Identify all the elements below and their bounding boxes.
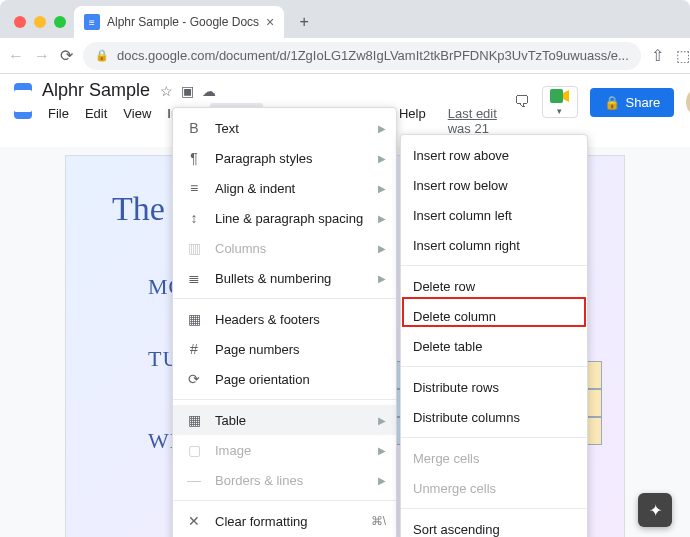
- extension-icon[interactable]: ⬚: [674, 47, 690, 65]
- docs-logo[interactable]: [14, 83, 32, 119]
- submenu-arrow-icon: ▶: [378, 153, 386, 164]
- menu-shortcut: ⌘\: [371, 514, 386, 528]
- menu-item-label: Table: [215, 413, 246, 428]
- menu-item-icon: B: [185, 120, 203, 136]
- table-menu-item[interactable]: Insert row above: [401, 140, 587, 170]
- submenu-arrow-icon: ▶: [378, 475, 386, 486]
- cloud-status-icon[interactable]: ☁: [202, 83, 216, 99]
- table-menu-item[interactable]: Insert column left: [401, 200, 587, 230]
- menu-item-label: Distribute columns: [413, 410, 520, 425]
- table-menu-item[interactable]: Delete table: [401, 331, 587, 361]
- comments-icon[interactable]: 🗨: [514, 93, 530, 111]
- submenu-arrow-icon: ▶: [378, 123, 386, 134]
- submenu-arrow-icon: ▶: [378, 243, 386, 254]
- menu-item-label: Borders & lines: [215, 473, 303, 488]
- format-menu-item[interactable]: ▦Table▶: [173, 405, 396, 435]
- format-menu-item: ▢Image▶: [173, 435, 396, 465]
- menu-item-icon: ▦: [185, 311, 203, 327]
- move-icon[interactable]: ▣: [181, 83, 194, 99]
- format-menu-item[interactable]: ≣Bullets & numbering▶: [173, 263, 396, 293]
- svg-rect-0: [550, 89, 563, 103]
- close-window-button[interactable]: [14, 16, 26, 28]
- star-icon[interactable]: ☆: [160, 83, 173, 99]
- table-menu-item: Merge cells: [401, 443, 587, 473]
- lock-icon: 🔒: [604, 95, 620, 110]
- submenu-arrow-icon: ▶: [378, 213, 386, 224]
- menu-item-icon: ≣: [185, 270, 203, 286]
- format-menu-item[interactable]: #Page numbers: [173, 334, 396, 364]
- share-label: Share: [626, 95, 661, 110]
- format-menu-item[interactable]: ↕Line & paragraph spacing▶: [173, 203, 396, 233]
- menu-item-label: Clear formatting: [215, 514, 307, 529]
- menu-item-label: Delete column: [413, 309, 496, 324]
- menu-item-label: Text: [215, 121, 239, 136]
- lock-icon: 🔒: [95, 49, 109, 62]
- menu-item-icon: ▦: [185, 412, 203, 428]
- table-menu-item[interactable]: Delete row: [401, 271, 587, 301]
- table-submenu-dropdown: Insert row aboveInsert row belowInsert c…: [400, 134, 588, 537]
- menu-item-icon: ¶: [185, 150, 203, 166]
- menu-item-label: Columns: [215, 241, 266, 256]
- menu-item-label: Unmerge cells: [413, 481, 496, 496]
- minimize-window-button[interactable]: [34, 16, 46, 28]
- account-avatar[interactable]: 🐱: [686, 86, 690, 118]
- format-menu-item: —Borders & lines▶: [173, 465, 396, 495]
- format-menu-dropdown: BText▶¶Paragraph styles▶≡Align & indent▶…: [172, 107, 397, 537]
- table-menu-item[interactable]: Distribute columns: [401, 402, 587, 432]
- menu-item-icon: ⟳: [185, 371, 203, 387]
- menu-item-label: Page orientation: [215, 372, 310, 387]
- menu-item-label: Merge cells: [413, 451, 479, 466]
- menu-item-label: Page numbers: [215, 342, 300, 357]
- browser-tab[interactable]: ≡ Alphr Sample - Google Docs ×: [74, 6, 284, 38]
- format-menu-item[interactable]: ✕Clear formatting⌘\: [173, 506, 396, 536]
- menu-item-icon: ▢: [185, 442, 203, 458]
- menu-item-label: Line & paragraph spacing: [215, 211, 363, 226]
- menu-item-icon: ≡: [185, 180, 203, 196]
- menu-item-label: Align & indent: [215, 181, 295, 196]
- document-title[interactable]: Alphr Sample: [42, 80, 150, 101]
- extension-icons: ⬚ 🐻 ✦ ◧ 👤 ⋮: [674, 47, 690, 65]
- reload-button[interactable]: ⟳: [60, 46, 73, 66]
- tab-title: Alphr Sample - Google Docs: [107, 15, 259, 29]
- format-menu-item: ▥Columns▶: [173, 233, 396, 263]
- maximize-window-button[interactable]: [54, 16, 66, 28]
- close-tab-button[interactable]: ×: [266, 14, 274, 30]
- window-controls: [8, 16, 74, 38]
- table-menu-item[interactable]: Sort ascending: [401, 514, 587, 537]
- table-menu-item[interactable]: Insert column right: [401, 230, 587, 260]
- share-button[interactable]: 🔒 Share: [590, 88, 675, 117]
- format-menu-item[interactable]: ▦Headers & footers: [173, 304, 396, 334]
- menu-item-label: Insert row above: [413, 148, 509, 163]
- submenu-arrow-icon: ▶: [378, 415, 386, 426]
- table-menu-item: Unmerge cells: [401, 473, 587, 503]
- table-menu-item[interactable]: Distribute rows: [401, 372, 587, 402]
- menu-item-label: Bullets & numbering: [215, 271, 331, 286]
- menu-item-label: Delete row: [413, 279, 475, 294]
- forward-button[interactable]: →: [34, 46, 50, 66]
- menu-item-icon: —: [185, 472, 203, 488]
- explore-button[interactable]: ✦: [638, 493, 672, 527]
- menu-item-label: Image: [215, 443, 251, 458]
- submenu-arrow-icon: ▶: [378, 183, 386, 194]
- menu-item-icon: ▥: [185, 240, 203, 256]
- menu-item-label: Delete table: [413, 339, 482, 354]
- table-menu-item[interactable]: Delete column: [401, 301, 587, 331]
- share-url-icon[interactable]: ⇧: [651, 46, 664, 66]
- back-button[interactable]: ←: [8, 46, 24, 66]
- docs-favicon: ≡: [84, 14, 100, 30]
- new-tab-button[interactable]: +: [290, 8, 318, 36]
- format-menu-item[interactable]: ¶Paragraph styles▶: [173, 143, 396, 173]
- menu-item-icon: ↕: [185, 210, 203, 226]
- format-menu-item[interactable]: BText▶: [173, 113, 396, 143]
- menu-item-label: Distribute rows: [413, 380, 499, 395]
- menu-item-icon: #: [185, 341, 203, 357]
- table-menu-item[interactable]: Insert row below: [401, 170, 587, 200]
- format-menu-item[interactable]: ⟳Page orientation: [173, 364, 396, 394]
- format-menu-item[interactable]: ≡Align & indent▶: [173, 173, 396, 203]
- meet-button[interactable]: ▾: [542, 86, 578, 118]
- menu-item-label: Insert column left: [413, 208, 512, 223]
- browser-tab-strip: ≡ Alphr Sample - Google Docs × +: [0, 0, 690, 38]
- address-bar[interactable]: 🔒 docs.google.com/document/d/1ZgIoLG1Zw8…: [83, 42, 641, 70]
- menu-item-label: Insert column right: [413, 238, 520, 253]
- submenu-arrow-icon: ▶: [378, 273, 386, 284]
